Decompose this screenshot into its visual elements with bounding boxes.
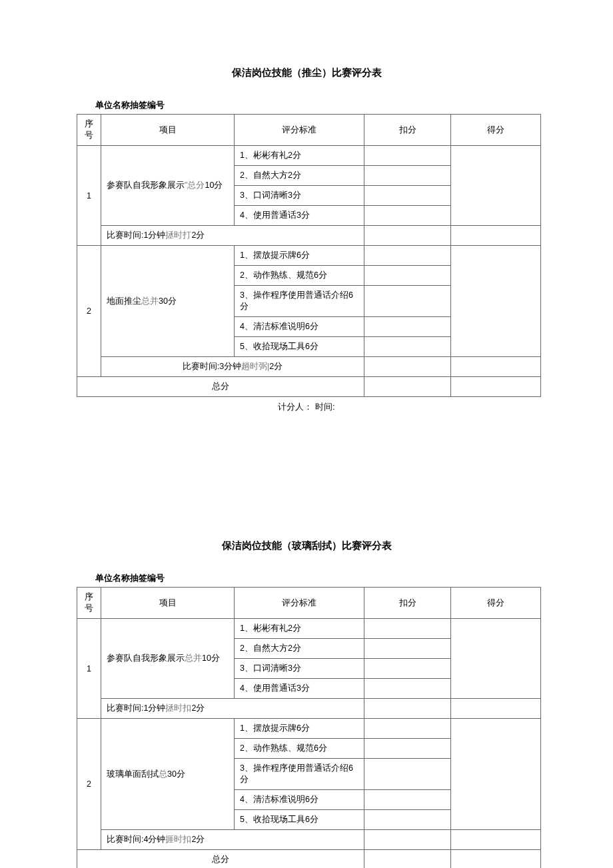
table-row: 2 地面推尘总并30分 1、摆放提示牌6分: [77, 246, 541, 266]
std-cell: 2、自然大方2分: [235, 166, 364, 186]
score-cell: [451, 619, 541, 699]
col-seq: 序号: [77, 588, 101, 619]
std-cell: 2、动作熟练、规范6分: [235, 739, 364, 759]
footer-1: 计分人： 时间:: [77, 401, 536, 413]
table-row: 比赛时间:3分钟趟时弼|2分: [77, 357, 541, 377]
ded-cell: [364, 286, 451, 317]
std-cell: 1、摆放提示牌6分: [235, 246, 364, 266]
title-2: 保洁岗位技能（玻璃刮拭）比赛评分表: [77, 540, 536, 552]
table-header-row: 序号 项目 评分标准 扣分 得分: [77, 588, 541, 619]
std-cell: 4、使用普通话3分: [235, 679, 364, 699]
col-ded: 扣分: [364, 115, 451, 146]
subhead-2: 单位名称抽签编号: [95, 572, 536, 584]
std-cell: 2、自然大方2分: [235, 639, 364, 659]
score-cell: [451, 377, 541, 397]
score-cell: [451, 699, 541, 719]
std-cell: 3、口词清晰3分: [235, 186, 364, 206]
std-cell: 4、使用普通话3分: [235, 206, 364, 226]
ded-cell: [364, 619, 451, 639]
ded-cell: [364, 739, 451, 759]
col-score: 得分: [451, 588, 541, 619]
score-cell: [451, 246, 541, 357]
seq-cell: 2: [77, 719, 101, 850]
std-cell: 4、清洁标准说明6分: [235, 790, 364, 810]
total-label: 总分: [77, 850, 364, 869]
item-cell: 参赛队自我形象展示"总分10分: [101, 146, 235, 226]
score-table-1: 序号 项目 评分标准 扣分 得分 1 参赛队自我形象展示"总分10分 1、彬彬有…: [77, 114, 541, 397]
timing-cell: 比赛时间:3分钟趟时弼|2分: [101, 357, 364, 377]
timing-cell: 比赛时间:1分钟拯时打2分: [101, 226, 364, 246]
ded-cell: [364, 699, 451, 719]
table-row: 1 参赛队自我形象展示"总分10分 1、彬彬有礼2分: [77, 146, 541, 166]
score-cell: [451, 357, 541, 377]
total-row: 总分: [77, 377, 541, 397]
std-cell: 5、收拾现场工具6分: [235, 337, 364, 357]
std-cell: 3、口词清晰3分: [235, 659, 364, 679]
timing-cell: 比赛时间:4分钟捱时扣2分: [101, 830, 364, 850]
score-cell: [451, 830, 541, 850]
score-cell: [451, 719, 541, 830]
col-score: 得分: [451, 115, 541, 146]
item-cell: 参赛队自我形象展示总并10分: [101, 619, 235, 699]
col-std: 评分标准: [235, 115, 364, 146]
ded-cell: [364, 317, 451, 337]
std-cell: 3、操作程序使用普通话介绍6分: [235, 286, 364, 317]
ded-cell: [364, 759, 451, 790]
table-header-row: 序号 项目 评分标准 扣分 得分: [77, 115, 541, 146]
seq-cell: 1: [77, 146, 101, 246]
std-cell: 1、摆放提示牌6分: [235, 719, 364, 739]
std-cell: 4、清洁标准说明6分: [235, 317, 364, 337]
std-cell: 1、彬彬有礼2分: [235, 146, 364, 166]
col-item: 项目: [101, 115, 235, 146]
score-cell: [451, 146, 541, 226]
ded-cell: [364, 337, 451, 357]
ded-cell: [364, 206, 451, 226]
score-cell: [451, 850, 541, 869]
std-cell: 2、动作熟练、规范6分: [235, 266, 364, 286]
table-row: 比赛时间:1分钟拯时打2分: [77, 226, 541, 246]
ded-cell: [364, 357, 451, 377]
total-row: 总分: [77, 850, 541, 869]
subhead-1: 单位名称抽签编号: [95, 99, 536, 111]
ded-cell: [364, 246, 451, 266]
ded-cell: [364, 377, 451, 397]
table-row: 1 参赛队自我形象展示总并10分 1、彬彬有礼2分: [77, 619, 541, 639]
ded-cell: [364, 266, 451, 286]
seq-cell: 2: [77, 246, 101, 377]
col-ded: 扣分: [364, 588, 451, 619]
ded-cell: [364, 639, 451, 659]
col-std: 评分标准: [235, 588, 364, 619]
table-row: 2 玻璃单面刮拭总30分 1、摆放提示牌6分: [77, 719, 541, 739]
ded-cell: [364, 850, 451, 869]
table-row: 比赛时间:4分钟捱时扣2分: [77, 830, 541, 850]
ded-cell: [364, 679, 451, 699]
seq-cell: 1: [77, 619, 101, 719]
total-label: 总分: [77, 377, 364, 397]
std-cell: 3、操作程序使用普通话介绍6分: [235, 759, 364, 790]
ded-cell: [364, 186, 451, 206]
timing-cell: 比赛时间:1分钟拯时扣2分: [101, 699, 364, 719]
ded-cell: [364, 719, 451, 739]
ded-cell: [364, 830, 451, 850]
col-item: 项目: [101, 588, 235, 619]
ded-cell: [364, 659, 451, 679]
ded-cell: [364, 146, 451, 166]
ded-cell: [364, 226, 451, 246]
std-cell: 1、彬彬有礼2分: [235, 619, 364, 639]
item-cell: 地面推尘总并30分: [101, 246, 235, 357]
title-1: 保洁岗位技能（推尘）比赛评分表: [77, 67, 536, 79]
std-cell: 5、收拾现场工具6分: [235, 810, 364, 830]
ded-cell: [364, 790, 451, 810]
ded-cell: [364, 810, 451, 830]
table-row: 比赛时间:1分钟拯时扣2分: [77, 699, 541, 719]
item-cell: 玻璃单面刮拭总30分: [101, 719, 235, 830]
col-seq: 序号: [77, 115, 101, 146]
score-table-2: 序号 项目 评分标准 扣分 得分 1 参赛队自我形象展示总并10分 1、彬彬有礼…: [77, 587, 541, 868]
ded-cell: [364, 166, 451, 186]
score-cell: [451, 226, 541, 246]
